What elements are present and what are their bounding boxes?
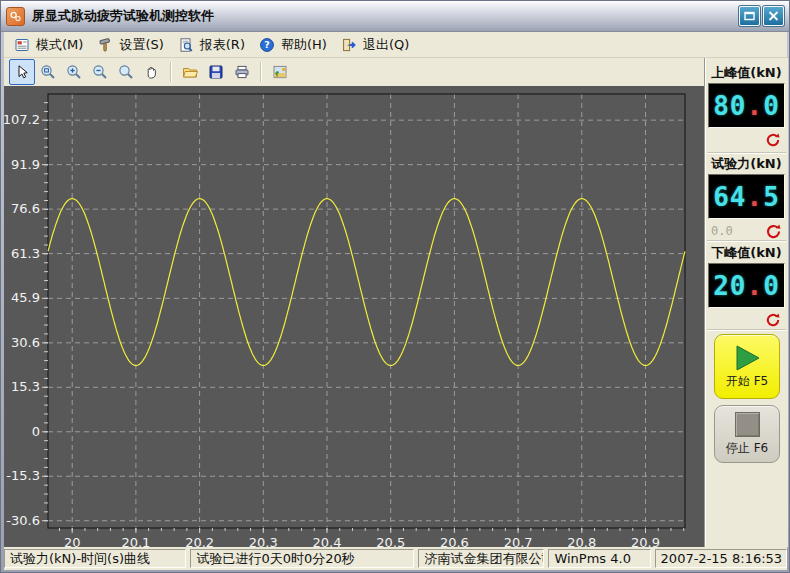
svg-text:-15.3: -15.3 <box>6 468 40 483</box>
status-datetime: 2007-2-15 8:16:53 <box>655 549 787 568</box>
save-floppy-icon <box>208 64 224 80</box>
menu-item-label: 设置(S) <box>119 36 163 54</box>
app-window: 屏显式脉动疲劳试验机测控软件 模式(M) <box>0 0 790 573</box>
menu-item-report[interactable]: 报表(R) <box>173 34 254 56</box>
test-force-reset-button[interactable] <box>764 222 782 240</box>
refresh-icon <box>765 312 781 328</box>
zoom-out-button[interactable] <box>87 59 113 85</box>
svg-text:91.9: 91.9 <box>11 157 40 172</box>
svg-text:20.7: 20.7 <box>504 535 533 547</box>
svg-text:20.9: 20.9 <box>631 535 660 547</box>
svg-text:45.9: 45.9 <box>11 290 40 305</box>
zoom-in-button[interactable] <box>61 59 87 85</box>
gears-icon <box>9 10 22 23</box>
upper-peak-reset-button[interactable] <box>764 131 782 149</box>
menu-item-label: 模式(M) <box>36 36 83 54</box>
panel-divider <box>707 152 786 154</box>
select-cursor-button[interactable] <box>9 59 35 85</box>
test-force-group: 试验力(kN) 64.5 0.0 <box>705 155 788 241</box>
maximize-icon <box>744 11 755 21</box>
force-time-chart[interactable]: 2020.120.220.320.420.520.620.720.820.910… <box>4 86 704 547</box>
menu-item-help[interactable]: ? 帮助(H) <box>254 34 336 56</box>
tool-bar <box>4 58 704 86</box>
zoom-window-icon <box>40 64 56 80</box>
print-button[interactable] <box>229 59 255 85</box>
close-button[interactable] <box>763 6 784 26</box>
refresh-icon <box>765 223 782 240</box>
lower-peak-group: 下峰值(kN) 20.0 <box>705 244 788 330</box>
status-bar: 试验力(kN)-时间(s)曲线 试验已进行0天0时0分20秒 济南试金集团有限公… <box>4 547 787 570</box>
upper-peak-display: 80.0 <box>708 83 785 128</box>
open-file-button[interactable] <box>177 59 203 85</box>
test-force-memory-value: 0.0 <box>711 224 733 238</box>
save-button[interactable] <box>203 59 229 85</box>
play-icon <box>732 344 762 372</box>
exit-icon <box>341 37 357 53</box>
toolbar-separator <box>170 62 172 82</box>
svg-text:20.5: 20.5 <box>376 535 405 547</box>
zoom-button[interactable] <box>113 59 139 85</box>
menu-bar: 模式(M) 设置(S) 报表(R) ? 帮助(H) <box>4 32 787 58</box>
settings-icon <box>97 37 113 53</box>
zoom-in-icon <box>66 64 82 80</box>
menu-item-label: 退出(Q) <box>363 36 409 54</box>
stop-square-icon <box>735 412 760 437</box>
svg-text:107.2: 107.2 <box>4 112 40 127</box>
landscape-icon <box>272 64 288 80</box>
svg-text:20.6: 20.6 <box>440 535 469 547</box>
status-elapsed-time: 试验已进行0天0时0分20秒 <box>190 549 414 568</box>
close-icon <box>768 11 779 21</box>
toolbar-separator <box>260 62 262 82</box>
status-curve-label: 试验力(kN)-时间(s)曲线 <box>4 549 186 568</box>
svg-text:?: ? <box>264 39 270 50</box>
report-icon <box>178 37 194 53</box>
stop-button[interactable]: 停止 F6 <box>714 405 780 463</box>
lower-peak-label: 下峰值(kN) <box>705 244 788 262</box>
test-force-display: 64.5 <box>708 174 785 219</box>
pan-hand-icon <box>144 64 160 80</box>
start-button-label: 开始 F5 <box>726 373 768 390</box>
zoom-window-button[interactable] <box>35 59 61 85</box>
app-icon <box>6 7 25 26</box>
menu-item-mode[interactable]: 模式(M) <box>9 34 92 56</box>
menu-item-label: 报表(R) <box>200 36 245 54</box>
svg-text:-30.6: -30.6 <box>6 513 40 528</box>
svg-text:30.6: 30.6 <box>11 335 40 350</box>
cursor-icon <box>14 64 30 80</box>
lower-peak-reset-button[interactable] <box>764 311 782 329</box>
panel-divider <box>707 329 786 331</box>
help-icon: ? <box>259 37 275 53</box>
menu-item-exit[interactable]: 退出(Q) <box>336 34 418 56</box>
status-version: WinPms 4.0 <box>548 549 650 568</box>
printer-icon <box>234 64 250 80</box>
maximize-button[interactable] <box>739 6 760 26</box>
status-company: 济南试金集团有限公司 <box>418 549 544 568</box>
menu-item-settings[interactable]: 设置(S) <box>92 34 172 56</box>
svg-text:20.1: 20.1 <box>121 535 150 547</box>
zoom-out-icon <box>92 64 108 80</box>
background-image-button[interactable] <box>267 59 293 85</box>
upper-peak-group: 上峰值(kN) 80.0 <box>705 64 788 150</box>
window-title: 屏显式脉动疲劳试验机测控软件 <box>32 7 736 25</box>
svg-text:76.6: 76.6 <box>11 201 40 216</box>
menu-item-label: 帮助(H) <box>281 36 327 54</box>
stop-button-label: 停止 F6 <box>726 440 768 457</box>
pan-button[interactable] <box>139 59 165 85</box>
lower-peak-display: 20.0 <box>708 263 785 308</box>
svg-text:61.3: 61.3 <box>11 246 40 261</box>
mode-icon <box>14 37 30 53</box>
svg-text:20.8: 20.8 <box>567 535 596 547</box>
panel-divider <box>707 240 786 242</box>
svg-text:20: 20 <box>64 535 81 547</box>
upper-peak-label: 上峰值(kN) <box>705 64 788 82</box>
start-button[interactable]: 开始 F5 <box>714 334 780 399</box>
title-bar[interactable]: 屏显式脉动疲劳试验机测控软件 <box>1 1 789 32</box>
svg-text:0: 0 <box>32 424 40 439</box>
svg-text:20.3: 20.3 <box>249 535 278 547</box>
svg-text:15.3: 15.3 <box>11 379 40 394</box>
svg-text:20.4: 20.4 <box>313 535 342 547</box>
zoom-icon <box>118 64 134 80</box>
side-panel: 上峰值(kN) 80.0 试验力(kN) 64.5 0.0 <box>704 58 788 547</box>
open-folder-icon <box>182 64 198 80</box>
refresh-icon <box>765 132 781 148</box>
